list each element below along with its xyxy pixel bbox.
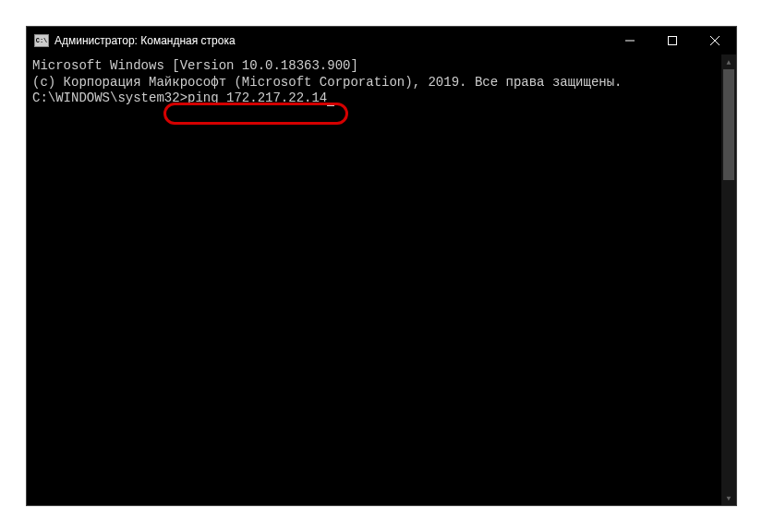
cmd-icon-text: C:\ xyxy=(36,37,48,44)
maximize-icon xyxy=(668,36,677,45)
close-icon xyxy=(710,36,720,45)
minimize-icon xyxy=(625,36,635,45)
scrollbar-thumb[interactable] xyxy=(723,69,734,180)
chevron-up-icon: ▲ xyxy=(727,58,732,66)
prompt-line: C:\WINDOWS\system32>ping 172.217.22.14 xyxy=(32,91,334,107)
titlebar[interactable]: C:\ Администратор: Командная строка xyxy=(27,27,736,54)
maximize-button[interactable] xyxy=(651,27,694,54)
scrollbar-down-arrow[interactable]: ▼ xyxy=(721,490,736,505)
chevron-down-icon: ▼ xyxy=(727,494,732,502)
command-input[interactable]: ping 172.217.22.14 xyxy=(187,91,327,105)
text-cursor xyxy=(327,103,334,106)
terminal-content[interactable]: Microsoft Windows [Version 10.0.18363.90… xyxy=(27,54,736,505)
vertical-scrollbar[interactable]: ▲ ▼ xyxy=(721,54,736,505)
cmd-icon: C:\ xyxy=(34,34,49,47)
svg-rect-1 xyxy=(669,37,677,45)
window-controls xyxy=(609,27,736,54)
version-line: Microsoft Windows [Version 10.0.18363.90… xyxy=(32,58,731,75)
copyright-line: (c) Корпорация Майкрософт (Microsoft Cor… xyxy=(32,75,731,91)
window-title: Администратор: Командная строка xyxy=(54,34,609,47)
close-button[interactable] xyxy=(694,27,736,54)
scrollbar-up-arrow[interactable]: ▲ xyxy=(721,54,736,69)
prompt-path: C:\WINDOWS\system32> xyxy=(32,91,187,105)
minimize-button[interactable] xyxy=(609,27,651,54)
command-prompt-window: C:\ Администратор: Командная строка xyxy=(26,26,737,506)
